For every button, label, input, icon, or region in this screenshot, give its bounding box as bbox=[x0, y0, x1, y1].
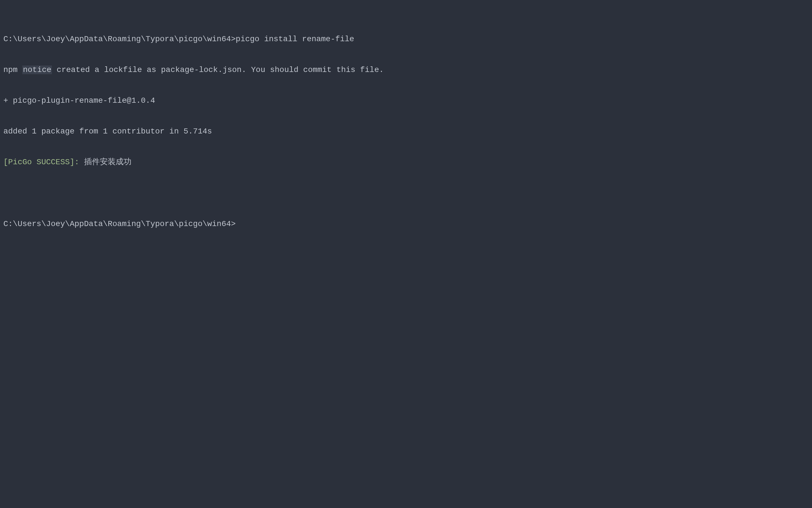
prompt-path: C:\Users\Joey\AppData\Roaming\Typora\pic… bbox=[3, 35, 236, 43]
notice-message: created a lockfile as package-lock.json.… bbox=[52, 66, 384, 74]
npm-notice-line: npm notice created a lockfile as package… bbox=[3, 65, 809, 75]
success-line: [PicGo SUCCESS]: 插件安装成功 bbox=[3, 157, 809, 167]
npm-label: npm bbox=[3, 66, 17, 74]
success-message: 插件安装成功 bbox=[79, 158, 132, 167]
added-summary-line: added 1 package from 1 contributor in 5.… bbox=[3, 126, 809, 137]
prompt-path-idle: C:\Users\Joey\AppData\Roaming\Typora\pic… bbox=[3, 220, 236, 228]
command-line-1: C:\Users\Joey\AppData\Roaming\Typora\pic… bbox=[3, 34, 809, 44]
success-tag: [PicGo SUCCESS]: bbox=[3, 158, 79, 167]
command-text: picgo install rename-file bbox=[236, 35, 354, 43]
notice-level: notice bbox=[22, 66, 52, 74]
package-install-line: + picgo-plugin-rename-file@1.0.4 bbox=[3, 96, 809, 106]
command-line-2: C:\Users\Joey\AppData\Roaming\Typora\pic… bbox=[3, 219, 809, 229]
blank-line bbox=[3, 188, 809, 199]
terminal-window[interactable]: C:\Users\Joey\AppData\Roaming\Typora\pic… bbox=[3, 13, 809, 240]
